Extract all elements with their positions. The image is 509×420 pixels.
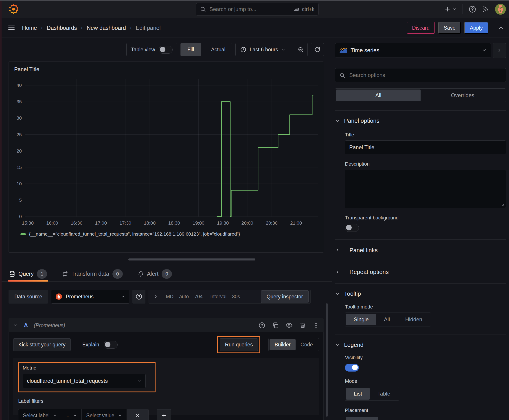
discard-button[interactable]: Discard — [407, 22, 435, 34]
fill-option[interactable]: Fill — [181, 43, 201, 56]
duplicate-query-icon[interactable] — [272, 322, 279, 329]
tab-transform-data[interactable]: Transform data 0 — [61, 266, 124, 281]
news-button[interactable] — [482, 6, 489, 13]
menu-toggle-button[interactable] — [8, 24, 15, 32]
plus-icon — [444, 6, 451, 13]
explain-label: Explain — [82, 342, 99, 348]
tooltip-header[interactable]: Tooltip — [335, 290, 506, 297]
zoom-out-time-button[interactable] — [294, 43, 307, 56]
builder-option[interactable]: Builder — [270, 339, 296, 350]
operator-value: = — [66, 412, 69, 419]
grafana-logo-icon[interactable] — [8, 3, 19, 15]
zoom-out-icon — [298, 46, 304, 53]
tab-query[interactable]: Query 1 — [8, 266, 48, 281]
refresh-button[interactable] — [311, 43, 324, 56]
split-resize-handle[interactable] — [128, 258, 255, 261]
tooltip-mode-hidden[interactable]: Hidden — [397, 314, 430, 325]
datasource-picker[interactable]: Prometheus — [51, 290, 129, 304]
drag-handle-icon[interactable] — [313, 322, 319, 329]
window-left-edge — [0, 0, 1, 420]
global-search-box[interactable]: ctrl+k — [196, 3, 319, 15]
transform-count-badge: 0 — [113, 269, 123, 279]
topbar-divider — [463, 4, 463, 14]
remove-filter-button[interactable] — [127, 409, 148, 420]
time-range-label: Last 6 hours — [250, 47, 278, 53]
tooltip-mode-single[interactable]: Single — [346, 314, 376, 325]
collapse-options-pane-button[interactable] — [498, 24, 504, 31]
chart-legend[interactable]: {__name__="cloudflared_tunnel_total_requ… — [20, 231, 319, 237]
query-inspector-button[interactable]: Query inspector — [261, 290, 309, 303]
select-value-dropdown[interactable]: Select value — [82, 409, 127, 420]
repeat-options-section[interactable]: Repeat options — [335, 261, 506, 275]
chevron-down-icon[interactable] — [13, 323, 18, 328]
transform-icon — [62, 271, 68, 277]
breadcrumb-bar: Home › Dashboards › New dashboard › Edit… — [0, 18, 509, 38]
breadcrumb-separator: › — [130, 25, 131, 31]
operator-dropdown[interactable]: = — [62, 409, 82, 420]
query-row-body: Kick start your query Explain Run querie… — [8, 332, 324, 420]
textarea-resize-grip-icon[interactable] — [501, 203, 504, 207]
run-queries-button[interactable]: Run queries — [220, 338, 258, 351]
svg-text:10: 10 — [17, 181, 22, 186]
transparent-background-toggle[interactable] — [345, 224, 359, 232]
viz-suggestions-button[interactable] — [493, 43, 506, 58]
user-avatar[interactable] — [495, 4, 506, 15]
tab-overrides[interactable]: Overrides — [421, 90, 505, 101]
search-icon — [200, 6, 206, 12]
kick-start-query-button[interactable]: Kick start your query — [13, 338, 71, 351]
query-help-icon[interactable] — [258, 322, 265, 329]
legend-placement-right[interactable]: Right — [378, 417, 406, 420]
transparent-background-label: Transparent background — [345, 215, 506, 221]
svg-text:5: 5 — [19, 197, 22, 202]
tab-alert[interactable]: Alert 0 — [137, 266, 173, 281]
query-options-summary: MD = auto = 704 Interval = 30s Query ins… — [149, 290, 311, 304]
query-area-scrollbar[interactable] — [326, 303, 328, 417]
time-range-picker[interactable]: Last 6 hours — [236, 43, 290, 56]
query-datasource-hint: (Prometheus) — [34, 322, 65, 329]
legend-placement-bottom[interactable]: Bottom — [346, 417, 378, 420]
svg-text:19:30: 19:30 — [217, 220, 229, 225]
breadcrumb-home[interactable]: Home — [22, 25, 37, 31]
chevron-right-icon[interactable] — [153, 294, 158, 299]
datasource-help-button[interactable] — [132, 290, 145, 304]
legend-mode-list[interactable]: List — [346, 388, 370, 400]
legend-header[interactable]: Legend — [335, 341, 506, 348]
help-button[interactable] — [469, 5, 476, 13]
breadcrumb-new-dashboard[interactable]: New dashboard — [87, 25, 126, 31]
new-menu-button[interactable] — [444, 6, 457, 13]
breadcrumb-dashboards[interactable]: Dashboards — [47, 25, 77, 31]
prometheus-icon — [55, 293, 62, 300]
metric-select[interactable]: cloudflared_tunnel_total_requests — [23, 374, 146, 388]
table-view-toggle[interactable] — [159, 46, 173, 54]
tooltip-mode-label: Tooltip mode — [345, 304, 506, 310]
panel-title-input[interactable] — [345, 141, 506, 154]
code-option[interactable]: Code — [296, 339, 318, 350]
global-search-input[interactable] — [209, 6, 293, 13]
select-label-placeholder: Select label — [23, 412, 50, 419]
legend-mode-table[interactable]: Table — [370, 388, 398, 400]
query-row-header[interactable]: A (Prometheus) — [8, 318, 324, 332]
remove-query-trash-icon[interactable] — [299, 322, 306, 329]
time-series-chart[interactable]: 051015202530354015:3016:0016:3017:0017:3… — [13, 73, 319, 230]
actual-option[interactable]: Actual — [204, 43, 232, 56]
legend-visibility-toggle[interactable] — [345, 364, 359, 372]
panel-description-textarea[interactable] — [345, 170, 506, 208]
search-shortcut: ctrl+k — [293, 6, 314, 12]
add-filter-button[interactable] — [157, 409, 171, 420]
tab-transform-label: Transform data — [71, 270, 109, 277]
panel-links-section[interactable]: Panel links — [335, 239, 506, 254]
max-datapoints-summary: MD = auto = 704 — [166, 294, 203, 300]
visualization-picker[interactable]: Time series — [335, 43, 491, 57]
apply-button[interactable]: Apply — [464, 22, 488, 34]
explain-toggle[interactable] — [104, 341, 118, 349]
tooltip-mode-all[interactable]: All — [376, 314, 398, 325]
select-label-dropdown[interactable]: Select label — [18, 409, 62, 420]
save-button[interactable]: Save — [438, 22, 461, 34]
options-search-box[interactable] — [335, 68, 506, 82]
tab-all-options[interactable]: All — [336, 90, 421, 101]
visualization-name: Time series — [350, 47, 379, 54]
options-search-input[interactable] — [349, 72, 501, 79]
hide-response-eye-icon[interactable] — [285, 322, 293, 329]
svg-text:20: 20 — [17, 148, 22, 153]
panel-options-header[interactable]: Panel options — [335, 117, 506, 124]
